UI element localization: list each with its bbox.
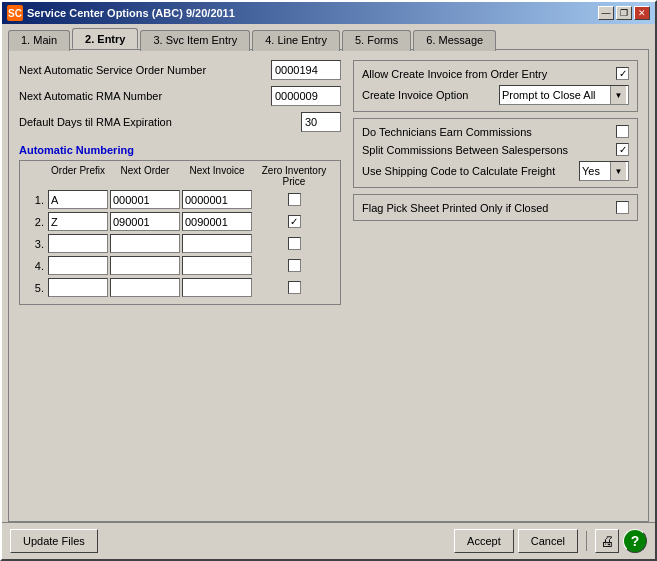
- main-window: SC Service Center Options (ABC) 9/20/201…: [0, 0, 657, 561]
- next-invoice-input-1[interactable]: [182, 190, 252, 209]
- technicians-commissions-label: Do Technicians Earn Commissions: [362, 126, 610, 138]
- title-bar-left: SC Service Center Options (ABC) 9/20/201…: [7, 5, 235, 21]
- table-row: 1.: [26, 190, 334, 209]
- tab-main[interactable]: 1. Main: [8, 30, 70, 51]
- invoice-group: Allow Create Invoice from Order Entry Cr…: [353, 60, 638, 112]
- update-files-button[interactable]: Update Files: [10, 529, 98, 553]
- shipping-code-value: Yes: [582, 165, 610, 177]
- next-invoice-input-2[interactable]: [182, 212, 252, 231]
- service-order-row: Next Automatic Service Order Number: [19, 60, 341, 80]
- zero-inventory-cell-5: [254, 281, 334, 294]
- rma-number-row: Next Automatic RMA Number: [19, 86, 341, 106]
- row-num-3: 3.: [26, 238, 46, 250]
- prefix-input-5[interactable]: [48, 278, 108, 297]
- tab-forms[interactable]: 5. Forms: [342, 30, 411, 51]
- app-icon: SC: [7, 5, 23, 21]
- next-order-input-2[interactable]: [110, 212, 180, 231]
- next-order-input-3[interactable]: [110, 234, 180, 253]
- auto-numbering-section: Automatic Numbering Order Prefix Next Or…: [19, 144, 341, 305]
- next-order-input-5[interactable]: [110, 278, 180, 297]
- flag-pick-sheet-label: Flag Pick Sheet Printed Only if Closed: [362, 202, 610, 214]
- rma-number-input[interactable]: [271, 86, 341, 106]
- allow-create-invoice-check[interactable]: [616, 67, 629, 80]
- window-title: Service Center Options (ABC) 9/20/2011: [27, 7, 235, 19]
- minimize-button[interactable]: —: [598, 6, 614, 20]
- col-prefix: Order Prefix: [48, 165, 108, 187]
- create-invoice-option-label: Create Invoice Option: [362, 89, 493, 101]
- next-invoice-input-4[interactable]: [182, 256, 252, 275]
- split-commissions-check[interactable]: [616, 143, 629, 156]
- allow-create-invoice-row: Allow Create Invoice from Order Entry: [362, 67, 629, 80]
- print-button[interactable]: 🖨: [595, 529, 619, 553]
- service-order-label: Next Automatic Service Order Number: [19, 64, 265, 76]
- next-order-input-4[interactable]: [110, 256, 180, 275]
- auto-numbering-table: Order Prefix Next Order Next Invoice Zer…: [19, 160, 341, 305]
- table-row: 2.: [26, 212, 334, 231]
- rma-expiration-row: Default Days til RMA Expiration: [19, 112, 341, 132]
- zero-inventory-check-2[interactable]: [288, 215, 301, 228]
- zero-inventory-check-5[interactable]: [288, 281, 301, 294]
- prefix-input-2[interactable]: [48, 212, 108, 231]
- zero-inventory-check-3[interactable]: [288, 237, 301, 250]
- bottom-bar: Update Files Accept Cancel 🖨 ?: [2, 522, 655, 559]
- shipping-code-row: Use Shipping Code to Calculate Freight Y…: [362, 161, 629, 181]
- tab-message[interactable]: 6. Message: [413, 30, 496, 51]
- split-commissions-label: Split Commissions Between Salespersons: [362, 144, 610, 156]
- pick-sheet-group: Flag Pick Sheet Printed Only if Closed: [353, 194, 638, 221]
- zero-inventory-cell-1: [254, 193, 334, 206]
- shipping-code-label: Use Shipping Code to Calculate Freight: [362, 165, 573, 177]
- shipping-dropdown-arrow-icon: ▼: [610, 162, 626, 180]
- col-num: [26, 165, 46, 187]
- table-row: 4.: [26, 256, 334, 275]
- create-invoice-option-dropdown[interactable]: Prompt to Close All ▼: [499, 85, 629, 105]
- table-row: 5.: [26, 278, 334, 297]
- zero-inventory-cell-3: [254, 237, 334, 250]
- bottom-right-buttons: Accept Cancel 🖨 ?: [454, 529, 647, 553]
- tabs-bar: 1. Main 2. Entry 3. Svc Item Entry 4. Li…: [2, 24, 655, 49]
- flag-pick-sheet-check[interactable]: [616, 201, 629, 214]
- tab-line-entry[interactable]: 4. Line Entry: [252, 30, 340, 51]
- split-commissions-row: Split Commissions Between Salespersons: [362, 143, 629, 156]
- prefix-input-1[interactable]: [48, 190, 108, 209]
- cancel-button[interactable]: Cancel: [518, 529, 578, 553]
- next-invoice-input-3[interactable]: [182, 234, 252, 253]
- title-buttons: — ❐ ✕: [598, 6, 650, 20]
- zero-inventory-check-4[interactable]: [288, 259, 301, 272]
- col-next-invoice: Next Invoice: [182, 165, 252, 187]
- col-next-order: Next Order: [110, 165, 180, 187]
- next-invoice-input-5[interactable]: [182, 278, 252, 297]
- prefix-input-4[interactable]: [48, 256, 108, 275]
- prefix-input-3[interactable]: [48, 234, 108, 253]
- technicians-commissions-check[interactable]: [616, 125, 629, 138]
- zero-inventory-cell-4: [254, 259, 334, 272]
- row-num-2: 2.: [26, 216, 46, 228]
- row-num-1: 1.: [26, 194, 46, 206]
- accept-button[interactable]: Accept: [454, 529, 514, 553]
- tab-svc-item-entry[interactable]: 3. Svc Item Entry: [140, 30, 250, 51]
- create-invoice-option-value: Prompt to Close All: [502, 89, 610, 101]
- close-button[interactable]: ✕: [634, 6, 650, 20]
- table-row: 3.: [26, 234, 334, 253]
- rma-expiration-input[interactable]: [301, 112, 341, 132]
- zero-inventory-check-1[interactable]: [288, 193, 301, 206]
- next-order-input-1[interactable]: [110, 190, 180, 209]
- restore-button[interactable]: ❐: [616, 6, 632, 20]
- top-section: Next Automatic Service Order Number Next…: [19, 60, 638, 305]
- rma-number-label: Next Automatic RMA Number: [19, 90, 265, 102]
- separator: [586, 531, 587, 551]
- row-num-4: 4.: [26, 260, 46, 272]
- main-content: Next Automatic Service Order Number Next…: [8, 49, 649, 522]
- col-zero-inventory: Zero Inventory Price: [254, 165, 334, 187]
- tab-entry[interactable]: 2. Entry: [72, 28, 138, 49]
- zero-inventory-cell-2: [254, 215, 334, 228]
- service-order-input[interactable]: [271, 60, 341, 80]
- flag-pick-sheet-row: Flag Pick Sheet Printed Only if Closed: [362, 201, 629, 214]
- shipping-code-dropdown[interactable]: Yes ▼: [579, 161, 629, 181]
- technicians-commissions-row: Do Technicians Earn Commissions: [362, 125, 629, 138]
- help-button[interactable]: ?: [623, 529, 647, 553]
- title-bar: SC Service Center Options (ABC) 9/20/201…: [2, 2, 655, 24]
- rma-expiration-label: Default Days til RMA Expiration: [19, 116, 295, 128]
- dropdown-arrow-icon: ▼: [610, 86, 626, 104]
- right-panel: Allow Create Invoice from Order Entry Cr…: [353, 60, 638, 305]
- row-num-5: 5.: [26, 282, 46, 294]
